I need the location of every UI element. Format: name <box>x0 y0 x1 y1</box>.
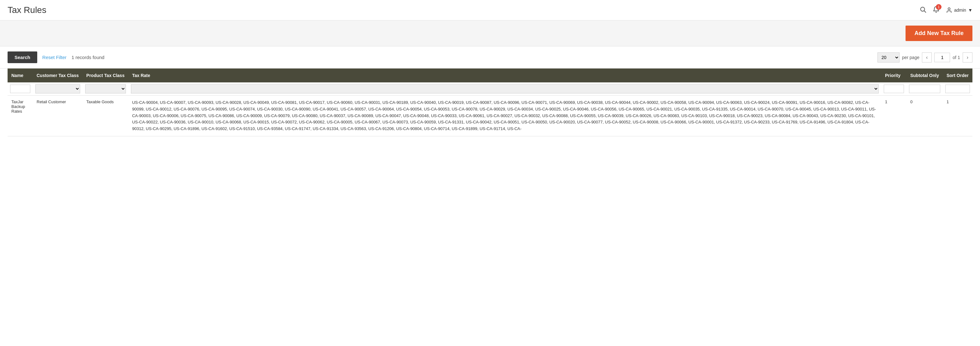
tax-rules-table: Name Customer Tax Class Product Tax Clas… <box>8 69 972 136</box>
svg-line-1 <box>924 11 926 12</box>
col-header-subtotal-only: Subtotal Only <box>907 69 943 82</box>
prev-page-button[interactable]: ‹ <box>922 53 932 62</box>
filter-taxrate-cell <box>129 82 881 96</box>
filter-customer-tax-class-select[interactable] <box>35 84 80 93</box>
filter-sortorder-cell <box>943 82 972 96</box>
filter-product-tax-class-select[interactable] <box>85 84 126 93</box>
filter-name-input[interactable] <box>10 85 30 93</box>
filter-subtotal-cell <box>907 82 943 96</box>
filter-sortorder-input[interactable] <box>945 85 970 93</box>
col-header-customer-tax-class: Customer Tax Class <box>33 69 83 82</box>
filter-priority-input[interactable] <box>884 85 904 93</box>
notification-icon[interactable]: 1 <box>933 6 940 14</box>
filter-ptc-cell <box>83 82 129 96</box>
toolbar-area: Add New Tax Rule <box>0 21 980 46</box>
next-page-button[interactable]: › <box>963 53 972 62</box>
filter-priority-cell <box>881 82 907 96</box>
filter-tax-rate-select[interactable] <box>131 84 879 93</box>
search-icon[interactable] <box>920 6 926 14</box>
reset-filter-link[interactable]: Reset Filter <box>42 54 67 60</box>
records-found-text: 1 records found <box>72 54 105 60</box>
pagination-area: 20 50 100 per page ‹ of 1 › <box>877 53 972 62</box>
header-actions: 1 admin ▼ <box>920 6 972 14</box>
svg-point-2 <box>948 8 950 10</box>
page-header: Tax Rules 1 admin ▼ <box>0 0 980 21</box>
row-sort-order: 1 <box>943 96 972 136</box>
filter-ctc-cell <box>33 82 83 96</box>
row-name: TaxJar Backup Rates <box>8 96 33 136</box>
table-row: TaxJar Backup Rates Retail Customer Taxa… <box>8 96 972 136</box>
filter-row <box>8 82 972 96</box>
search-bar: Search Reset Filter 1 records found 20 5… <box>0 46 980 69</box>
row-priority: 1 <box>881 96 907 136</box>
page-of-label: of 1 <box>953 55 960 60</box>
user-label: admin <box>954 8 966 13</box>
row-tax-rate: US-CA-90004, US-CA-90007, US-CA-90093, U… <box>129 96 881 136</box>
col-header-priority: Priority <box>881 69 907 82</box>
filter-subtotal-input[interactable] <box>909 85 940 93</box>
col-header-product-tax-class: Product Tax Class <box>83 69 129 82</box>
col-header-sort-order: Sort Order <box>943 69 972 82</box>
filter-name-cell <box>8 82 33 96</box>
page-number-input[interactable] <box>934 53 950 62</box>
col-header-name: Name <box>8 69 33 82</box>
per-page-select[interactable]: 20 50 100 <box>877 53 900 62</box>
table-container: Name Customer Tax Class Product Tax Clas… <box>0 69 980 136</box>
col-header-tax-rate: Tax Rate <box>129 69 881 82</box>
user-menu[interactable]: admin ▼ <box>946 7 972 13</box>
chevron-down-icon: ▼ <box>968 8 972 13</box>
per-page-label: per page <box>902 55 920 60</box>
row-customer-tax-class: Retail Customer <box>33 96 83 136</box>
notification-badge: 1 <box>936 4 942 10</box>
row-product-tax-class: Taxable Goods <box>83 96 129 136</box>
table-header-row: Name Customer Tax Class Product Tax Clas… <box>8 69 972 82</box>
search-button[interactable]: Search <box>8 51 37 63</box>
row-subtotal-only: 0 <box>907 96 943 136</box>
page-title: Tax Rules <box>8 5 46 15</box>
add-new-tax-rule-button[interactable]: Add New Tax Rule <box>905 26 972 41</box>
